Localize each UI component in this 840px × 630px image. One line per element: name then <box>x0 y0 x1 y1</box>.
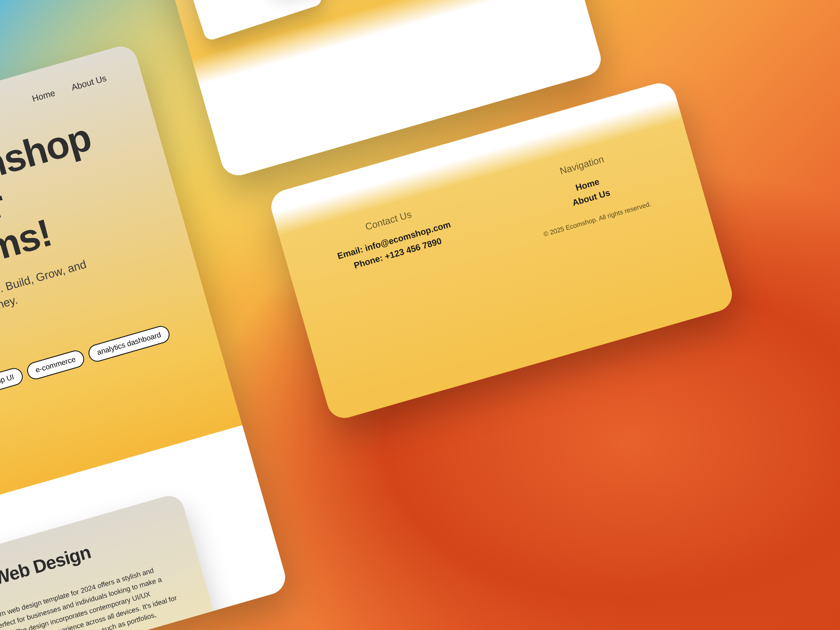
filter-tag[interactable]: mobile app UI <box>0 366 24 400</box>
nav-about[interactable]: About Us <box>70 73 108 93</box>
footer-contact-col: Contact Us Email: info@ecomshop.com Phon… <box>315 195 509 412</box>
nav-home[interactable]: Home <box>31 88 56 104</box>
tablet-mockup <box>180 0 323 42</box>
tilted-scene: Home About Us Welcome To Ecomshop Empowe… <box>0 0 840 630</box>
footer-copyright: © 2025 Ecomshop. All rights reserved. <box>525 195 670 243</box>
footer-nav-col: Navigation Home About Us © 2025 Ecomshop… <box>509 139 703 357</box>
filter-tag[interactable]: e-commerce <box>25 349 86 382</box>
